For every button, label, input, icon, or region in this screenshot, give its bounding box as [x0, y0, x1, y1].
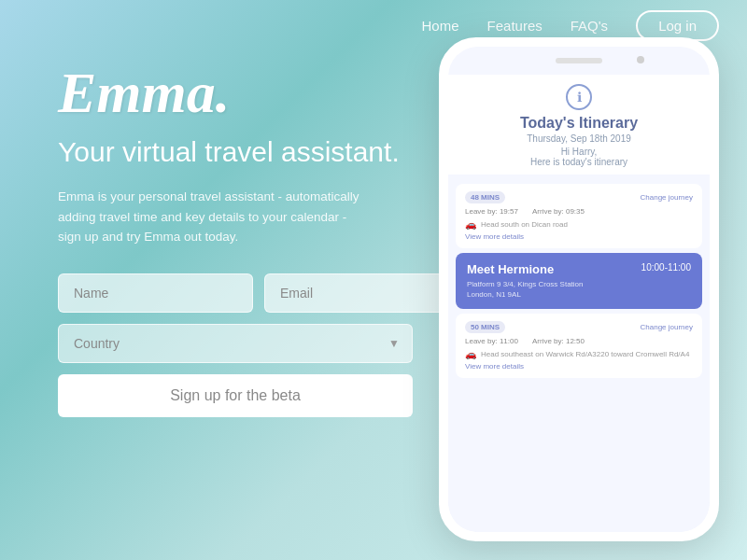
journey1-view-more[interactable]: View more details: [465, 232, 693, 241]
screen-content: 48 MINS Change journey Leave by: 19:57 A…: [448, 175, 710, 532]
journey1-change[interactable]: Change journey: [641, 193, 693, 202]
nav-home[interactable]: Home: [422, 18, 459, 34]
journey2-leave: Leave by: 11:00: [465, 337, 518, 345]
screen-title: Today's Itinerary: [462, 115, 696, 132]
journey2-desc: 🚗 Head southeast on Warwick Rd/A3220 tow…: [465, 349, 693, 359]
journey1-times: Leave by: 19:57 Arrive by: 09:35: [465, 207, 693, 216]
nav-features[interactable]: Features: [487, 18, 543, 34]
name-input[interactable]: [58, 273, 253, 313]
journey2-view-more[interactable]: View more details: [465, 362, 693, 371]
country-select[interactable]: Country United Kingdom United States Can…: [58, 324, 413, 363]
email-input[interactable]: [264, 273, 459, 313]
nav-faqs[interactable]: FAQ's: [571, 18, 608, 34]
journey-card-1: 48 MINS Change journey Leave by: 19:57 A…: [456, 184, 702, 248]
journey2-badge: 50 MINS: [465, 321, 505, 333]
signup-button[interactable]: Sign up for the beta: [58, 374, 413, 417]
phone-mockup: ℹ Today's Itinerary Thursday, Sep 18th 2…: [439, 37, 719, 541]
journey1-arrive: Arrive by: 09:35: [532, 207, 585, 216]
screen-date: Thursday, Sep 18th 2019: [462, 133, 696, 144]
description: Emma is your personal travel assistant -…: [58, 187, 366, 247]
event-time: 10:00-11:00: [641, 262, 691, 273]
car2-icon: 🚗: [465, 349, 476, 359]
event-title: Meet Hermione: [467, 262, 584, 276]
phone-camera: [637, 56, 644, 63]
event-info: Meet Hermione Platform 9 3/4, Kings Cros…: [467, 262, 584, 300]
event-card: Meet Hermione Platform 9 3/4, Kings Cros…: [456, 253, 702, 309]
hero-section: Emma. Your virtual travel assistant. Emm…: [58, 51, 413, 417]
journey1-desc: 🚗 Head south on Dican road: [465, 219, 693, 230]
name-email-row: [58, 273, 413, 313]
event-location: Platform 9 3/4, Kings Cross Station Lond…: [467, 279, 584, 300]
journey1-badge: 48 MINS: [465, 191, 505, 203]
journey2-times: Leave by: 11:00 Arrive by: 12:50: [465, 337, 693, 345]
car-icon: 🚗: [465, 219, 476, 230]
brand-title: Emma.: [58, 61, 413, 124]
info-icon: ℹ: [566, 84, 592, 110]
tagline: Your virtual travel assistant.: [58, 133, 413, 170]
phone-speaker: [556, 58, 602, 63]
journey2-header: 50 MINS Change journey: [465, 321, 693, 333]
journey-card-2: 50 MINS Change journey Leave by: 11:00 A…: [456, 314, 702, 378]
screen-greeting-name: Hi Harry,: [462, 147, 696, 157]
screen-greeting-text: Here is today's itinerary: [462, 157, 696, 167]
event-row: Meet Hermione Platform 9 3/4, Kings Cros…: [467, 262, 691, 300]
journey1-header: 48 MINS Change journey: [465, 191, 693, 203]
phone-screen: ℹ Today's Itinerary Thursday, Sep 18th 2…: [448, 47, 710, 532]
phone-frame: ℹ Today's Itinerary Thursday, Sep 18th 2…: [439, 37, 719, 541]
journey2-arrive: Arrive by: 12:50: [532, 337, 585, 345]
journey2-change[interactable]: Change journey: [641, 323, 693, 331]
screen-header: ℹ Today's Itinerary Thursday, Sep 18th 2…: [448, 75, 710, 175]
journey1-leave: Leave by: 19:57: [465, 207, 518, 216]
country-wrapper: Country United Kingdom United States Can…: [58, 324, 413, 363]
